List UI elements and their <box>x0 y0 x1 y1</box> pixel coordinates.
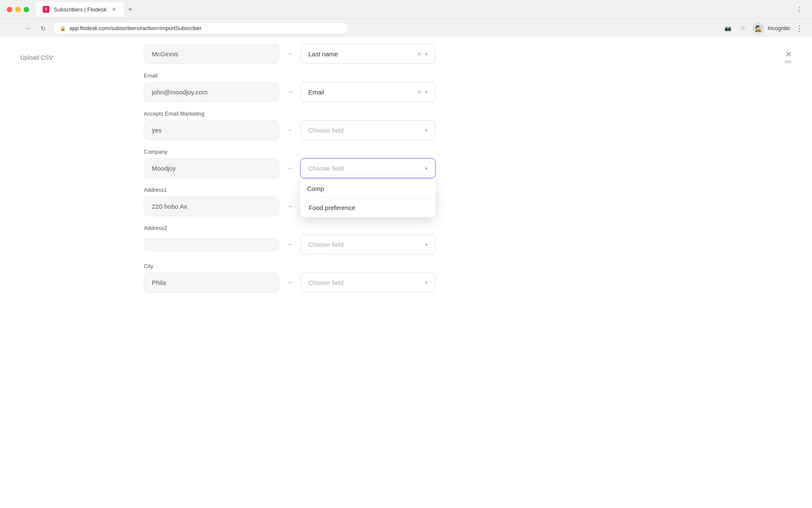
field-row-city: City Phila → Choose field ▾ <box>144 263 465 293</box>
arrow-icon-company: → <box>286 164 294 173</box>
arrow-icon-city: → <box>286 278 294 287</box>
city-select-placeholder: Choose field <box>308 279 343 286</box>
address2-chevron-icon: ▾ <box>425 242 428 248</box>
incognito-label: Incognito <box>768 25 790 31</box>
company-select[interactable]: Choose field ▾ <box>300 158 436 178</box>
url-text: app.flodesk.com/subscribers#action=impor… <box>69 25 202 31</box>
field-row-email-marketing: Accepts Email Marketing yes → Choose fie… <box>144 110 465 140</box>
maximize-window-button[interactable] <box>24 7 29 12</box>
dropdown-item-food-preference[interactable]: Food preference <box>300 198 436 217</box>
forward-button[interactable]: → <box>22 22 34 34</box>
address2-label: Address2 <box>144 225 465 231</box>
city-label: City <box>144 263 465 269</box>
field-mapping-city: Phila → Choose field ▾ <box>144 273 465 293</box>
target-field-last-name[interactable]: Last name ✕ ▾ <box>300 44 436 64</box>
profile-button[interactable]: 🕵 <box>752 22 764 34</box>
target-field-address2[interactable]: Choose field ▾ <box>300 235 436 254</box>
target-field-city[interactable]: Choose field ▾ <box>300 273 436 293</box>
last-name-select-value: Last name <box>308 50 338 58</box>
bookmark-button[interactable]: ☆ <box>737 22 749 34</box>
browser-title-bar: f Subscribers | Flodesk ✕ + ⋮ <box>0 0 812 19</box>
email-marketing-chevron-icon: ▾ <box>425 127 428 133</box>
email-select[interactable]: Email ✕ ▾ <box>300 82 436 102</box>
browser-tab[interactable]: f Subscribers | Flodesk ✕ <box>36 2 124 17</box>
tab-favicon: f <box>43 6 49 13</box>
arrow-icon-address2: → <box>286 240 294 249</box>
field-mapping-email: john@moodjoy.com → Email ✕ ▾ <box>144 82 465 102</box>
source-field-email-marketing: yes <box>144 120 279 140</box>
arrow-icon-address1: → <box>286 202 294 211</box>
field-row-address2: Address2 → Choose field ▾ <box>144 225 465 254</box>
city-select[interactable]: Choose field ▾ <box>300 273 436 293</box>
field-mapping-company: Moodjoy → Choose field ▾ <box>144 158 465 178</box>
traffic-lights <box>7 7 29 12</box>
upload-csv-label: Upload CSV <box>20 54 53 61</box>
esc-label: esc <box>785 59 792 64</box>
field-mapping-email-marketing: yes → Choose field ▾ <box>144 120 465 140</box>
close-x-icon: ✕ <box>785 50 792 58</box>
last-name-clear-button[interactable]: ✕ <box>417 51 422 57</box>
source-field-company: Moodjoy <box>144 158 279 178</box>
field-mapping-last-name: McGinnis → Last name ✕ ▾ <box>144 44 465 64</box>
last-name-select[interactable]: Last name ✕ ▾ <box>300 44 436 64</box>
target-field-email-marketing[interactable]: Choose field ▾ <box>300 120 436 140</box>
company-chevron-icon: ▾ <box>425 166 428 171</box>
field-row-email: Email john@moodjoy.com → Email ✕ ▾ <box>144 72 465 102</box>
browser-menu-dots[interactable]: ⋮ <box>793 22 805 34</box>
cast-button[interactable]: 📷 <box>722 22 734 34</box>
close-button[interactable]: ✕ esc <box>782 50 795 64</box>
email-clear-button[interactable]: ✕ <box>417 89 422 95</box>
dropdown-search-container <box>300 180 436 198</box>
field-mapping-address2: → Choose field ▾ <box>144 235 465 254</box>
field-row-last-name: McGinnis → Last name ✕ ▾ <box>144 44 465 64</box>
minimize-window-button[interactable] <box>15 7 21 12</box>
close-window-button[interactable] <box>7 7 12 12</box>
field-row-company: Company Moodjoy → Choose field ▾ <box>144 149 465 178</box>
arrow-icon-email: → <box>286 88 294 97</box>
source-field-address1: 220 hobo Av. <box>144 196 279 216</box>
email-marketing-select[interactable]: Choose field ▾ <box>300 120 436 140</box>
page-content: Upload CSV ✕ esc McGinnis → Last name ✕ <box>0 37 812 508</box>
company-dropdown: Food preference <box>300 180 436 217</box>
email-select-value: Email <box>308 88 324 96</box>
source-field-last-name: McGinnis <box>144 44 279 64</box>
incognito-avatar: 🕵 <box>752 22 764 34</box>
email-marketing-select-placeholder: Choose field <box>308 127 343 134</box>
tab-title: Subscribers | Flodesk <box>54 6 107 13</box>
source-field-address2 <box>144 238 279 251</box>
source-field-email: john@moodjoy.com <box>144 82 279 102</box>
company-select-placeholder: Choose field <box>308 165 343 172</box>
address2-select-placeholder: Choose field <box>308 241 343 248</box>
city-chevron-icon: ▾ <box>425 280 428 286</box>
arrow-icon: → <box>286 50 294 58</box>
target-field-email[interactable]: Email ✕ ▾ <box>300 82 436 102</box>
browser-nav-bar: ← → ↻ 🔒 app.flodesk.com/subscribers#acti… <box>0 19 812 37</box>
email-label: Email <box>144 72 465 79</box>
browser-chrome: f Subscribers | Flodesk ✕ + ⋮ ← → ↻ 🔒 ap… <box>0 0 812 37</box>
dropdown-search-input[interactable] <box>307 185 429 192</box>
new-tab-button[interactable]: + <box>124 3 136 15</box>
reload-button[interactable]: ↻ <box>37 22 49 34</box>
company-label: Company <box>144 149 465 155</box>
last-name-chevron-icon: ▾ <box>425 51 428 57</box>
back-button[interactable]: ← <box>7 22 19 34</box>
email-marketing-label: Accepts Email Marketing <box>144 110 465 117</box>
address-bar[interactable]: 🔒 app.flodesk.com/subscribers#action=imp… <box>52 22 348 34</box>
lock-icon: 🔒 <box>60 25 66 31</box>
tab-close-button[interactable]: ✕ <box>111 6 118 13</box>
email-chevron-icon: ▾ <box>425 89 428 95</box>
address2-select[interactable]: Choose field ▾ <box>300 235 436 254</box>
target-field-company[interactable]: Choose field ▾ Food preference <box>300 158 436 178</box>
arrow-icon-email-marketing: → <box>286 126 294 135</box>
main-content: McGinnis → Last name ✕ ▾ <box>144 37 465 311</box>
browser-menu-button[interactable]: ⋮ <box>793 3 805 15</box>
source-field-city: Phila <box>144 273 279 293</box>
